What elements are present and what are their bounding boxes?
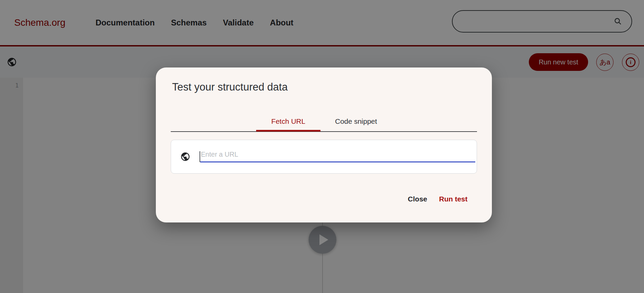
test-dialog: Test your structured data Fetch URL Code… (156, 67, 492, 222)
url-input[interactable] (200, 148, 475, 162)
dialog-tabs: Fetch URL Code snippet (156, 112, 492, 131)
active-tab-indicator (256, 130, 320, 132)
dialog-actions: Close Run test (408, 195, 468, 203)
tab-fetch-url-label: Fetch URL (271, 117, 305, 125)
run-test-button[interactable]: Run test (439, 195, 468, 203)
tab-code-snippet[interactable]: Code snippet (320, 112, 392, 131)
dialog-title: Test your structured data (172, 81, 288, 93)
url-input-box[interactable] (171, 140, 477, 174)
tab-strip-divider (171, 131, 477, 132)
tab-fetch-url[interactable]: Fetch URL (256, 112, 320, 131)
close-button[interactable]: Close (408, 195, 427, 203)
globe-icon (180, 152, 190, 162)
tab-code-snippet-label: Code snippet (335, 117, 377, 125)
